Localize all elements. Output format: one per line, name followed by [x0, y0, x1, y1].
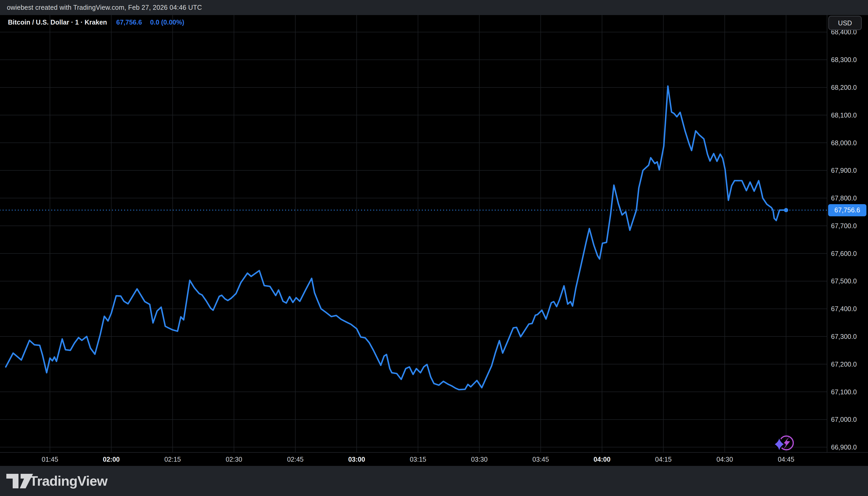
- current-price-tag: 67,756.6: [828, 204, 866, 216]
- price-tick-label: 67,300.0: [831, 332, 857, 340]
- price-tick-label: 68,000.0: [831, 139, 857, 147]
- price-tick-label: 67,400.0: [831, 305, 857, 313]
- tradingview-logo[interactable]: TradingView: [30, 466, 107, 496]
- price-tick-label: 68,100.0: [831, 111, 857, 119]
- time-tick-label: 04:00: [593, 453, 610, 466]
- time-tick-label: 01:45: [42, 453, 58, 466]
- price-tick-label: 68,300.0: [831, 56, 857, 64]
- time-tick-label: 03:30: [471, 453, 487, 466]
- price-tick-label: 67,700.0: [831, 222, 857, 230]
- flash-icon: [775, 436, 793, 450]
- time-axis[interactable]: 01:4502:0002:1502:3002:4503:0003:1503:30…: [0, 452, 868, 466]
- price-tick-label: 68,200.0: [831, 83, 857, 91]
- currency-button[interactable]: USD: [828, 16, 862, 30]
- time-tick-label: 02:45: [287, 453, 304, 466]
- legend-change: 0.0 (0.00%): [150, 18, 184, 26]
- tradingview-snapshot: { "attribution": {"text": "owiebest crea…: [0, 0, 868, 496]
- chart-canvas[interactable]: [0, 15, 827, 452]
- price-tick-label: 67,000.0: [831, 416, 857, 423]
- price-tick-label: 67,600.0: [831, 250, 857, 258]
- price-tick-label: 66,900.0: [831, 443, 857, 451]
- time-tick-label: 03:15: [410, 453, 427, 466]
- time-tick-label: 04:30: [716, 453, 733, 466]
- legend-symbol[interactable]: Bitcoin / U.S. Dollar · 1 · Kraken: [8, 18, 107, 26]
- chart-legend: Bitcoin / U.S. Dollar · 1 · Kraken 67,75…: [8, 18, 184, 26]
- time-tick-label: 04:45: [778, 453, 794, 466]
- attribution-bar: owiebest created with TradingView.com, F…: [0, 0, 868, 15]
- price-tick-label: 67,500.0: [831, 277, 857, 285]
- legend-price: 67,756.6: [116, 18, 142, 26]
- time-tick-label: 03:00: [348, 453, 365, 466]
- last-price-dot: [784, 208, 788, 212]
- time-tick-label: 02:30: [226, 453, 242, 466]
- tradingview-logo-icon: [6, 474, 33, 489]
- time-tick-label: 04:15: [655, 453, 672, 466]
- attribution-text: owiebest created with TradingView.com, F…: [7, 4, 202, 11]
- price-tick-label: 67,900.0: [831, 166, 857, 174]
- price-line-series: [6, 86, 786, 390]
- time-tick-label: 02:15: [164, 453, 181, 466]
- price-tick-label: 67,800.0: [831, 194, 857, 202]
- time-tick-label: 02:00: [103, 453, 120, 466]
- price-tick-label: 67,100.0: [831, 388, 857, 396]
- price-tick-label: 67,200.0: [831, 360, 857, 368]
- time-tick-label: 03:45: [532, 453, 549, 466]
- footer-bar: TradingView: [0, 466, 868, 496]
- price-axis[interactable]: USD 68,400.068,300.068,200.068,100.068,0…: [827, 15, 868, 465]
